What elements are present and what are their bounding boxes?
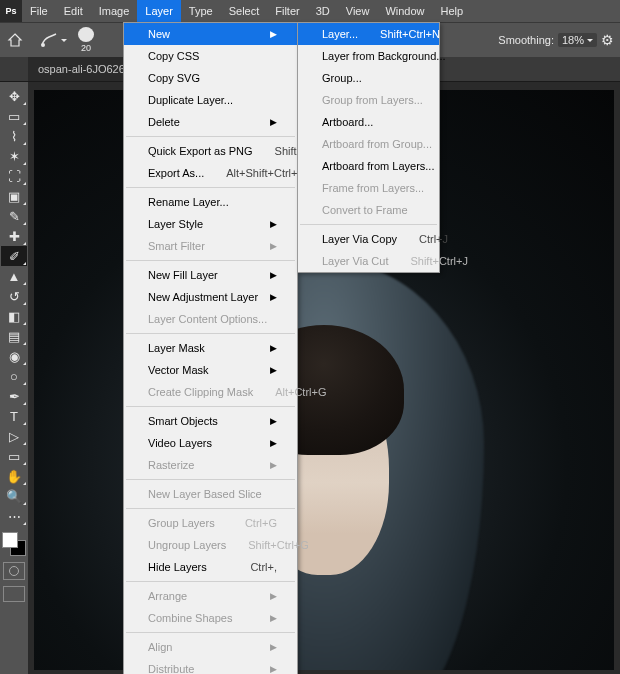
zoom-tool[interactable]: 🔍 — [1, 486, 27, 506]
menu-item-label: Hide Layers — [148, 561, 207, 573]
menu-item-vector-mask[interactable]: Vector Mask▶ — [124, 359, 297, 381]
menu-item-label: Copy SVG — [148, 72, 200, 84]
menu-item-label: Frame from Layers... — [322, 182, 424, 194]
menu-item-group[interactable]: Group... — [298, 67, 439, 89]
menu-item-shortcut: Ctrl+J — [419, 233, 448, 245]
menu-item-shortcut: Ctrl+, — [250, 561, 277, 573]
menu-file[interactable]: File — [22, 0, 56, 22]
brush-preset-picker[interactable] — [40, 32, 67, 48]
menu-item-rename-layer[interactable]: Rename Layer... — [124, 191, 297, 213]
rectangle-tool[interactable]: ▭ — [1, 446, 27, 466]
brush-size-preview[interactable]: 20 — [71, 27, 101, 53]
menu-item-video-layers[interactable]: Video Layers▶ — [124, 432, 297, 454]
brush-tool[interactable]: ✐ — [1, 246, 27, 266]
menu-type[interactable]: Type — [181, 0, 221, 22]
blur-tool[interactable]: ◉ — [1, 346, 27, 366]
menu-item-copy-css[interactable]: Copy CSS — [124, 45, 297, 67]
menu-item-quick-export-as-png[interactable]: Quick Export as PNGShift+Ctrl+' — [124, 140, 297, 162]
menu-separator — [126, 260, 295, 261]
gradient-tool[interactable]: ▤ — [1, 326, 27, 346]
menu-item-layer-from-background[interactable]: Layer from Background... — [298, 45, 439, 67]
menu-item-label: Layer from Background... — [322, 50, 446, 62]
crop-tool[interactable]: ⛶ — [1, 166, 27, 186]
brush-size-value: 20 — [81, 43, 91, 53]
submenu-arrow-icon: ▶ — [270, 642, 277, 652]
move-tool[interactable]: ✥ — [1, 86, 27, 106]
menu-item-new-layer-based-slice: New Layer Based Slice — [124, 483, 297, 505]
menu-separator — [126, 581, 295, 582]
smoothing-value[interactable]: 18% — [558, 33, 597, 47]
menu-item-frame-from-layers: Frame from Layers... — [298, 177, 439, 199]
lasso-tool[interactable]: ⌇ — [1, 126, 27, 146]
menu-window[interactable]: Window — [377, 0, 432, 22]
clone-stamp-tool[interactable]: ▲ — [1, 266, 27, 286]
menu-view[interactable]: View — [338, 0, 378, 22]
eyedropper-tool[interactable]: ✎ — [1, 206, 27, 226]
submenu-arrow-icon: ▶ — [270, 117, 277, 127]
document-tab-title: ospan-ali-6JO626bl — [38, 63, 133, 75]
menu-item-layer[interactable]: Layer...Shift+Ctrl+N — [298, 23, 439, 45]
menu-item-label: Create Clipping Mask — [148, 386, 253, 398]
menu-item-smart-objects[interactable]: Smart Objects▶ — [124, 410, 297, 432]
path-select-tool[interactable]: ▷ — [1, 426, 27, 446]
menu-item-layer-mask[interactable]: Layer Mask▶ — [124, 337, 297, 359]
menu-layer[interactable]: Layer — [137, 0, 181, 22]
more-tools[interactable]: ⋯ — [1, 506, 27, 526]
menu-select[interactable]: Select — [221, 0, 268, 22]
menu-item-artboard-from-layers[interactable]: Artboard from Layers... — [298, 155, 439, 177]
menu-filter[interactable]: Filter — [267, 0, 307, 22]
submenu-arrow-icon: ▶ — [270, 664, 277, 674]
menu-separator — [300, 224, 437, 225]
menu-item-new-fill-layer[interactable]: New Fill Layer▶ — [124, 264, 297, 286]
pen-tool[interactable]: ✒ — [1, 386, 27, 406]
menu-separator — [126, 508, 295, 509]
quick-mask-mode[interactable] — [3, 562, 25, 580]
eraser-tool[interactable]: ◧ — [1, 306, 27, 326]
menu-item-artboard[interactable]: Artboard... — [298, 111, 439, 133]
menu-item-label: Artboard from Layers... — [322, 160, 435, 172]
menu-image[interactable]: Image — [91, 0, 138, 22]
layer-menu-dropdown: New▶Copy CSSCopy SVGDuplicate Layer...De… — [123, 22, 298, 674]
menu-separator — [126, 136, 295, 137]
menu-3d[interactable]: 3D — [308, 0, 338, 22]
menu-item-label: Arrange — [148, 590, 187, 602]
menu-item-group-layers: Group LayersCtrl+G — [124, 512, 297, 534]
menu-item-export-as[interactable]: Export As...Alt+Shift+Ctrl+' — [124, 162, 297, 184]
menu-item-copy-svg[interactable]: Copy SVG — [124, 67, 297, 89]
menu-item-layer-content-options: Layer Content Options... — [124, 308, 297, 330]
home-icon[interactable] — [6, 31, 24, 49]
menu-item-hide-layers[interactable]: Hide LayersCtrl+, — [124, 556, 297, 578]
menu-item-new[interactable]: New▶ — [124, 23, 297, 45]
submenu-arrow-icon: ▶ — [270, 270, 277, 280]
quick-select-tool[interactable]: ✶ — [1, 146, 27, 166]
menu-item-create-clipping-mask: Create Clipping MaskAlt+Ctrl+G — [124, 381, 297, 403]
menu-item-arrange: Arrange▶ — [124, 585, 297, 607]
menu-item-duplicate-layer[interactable]: Duplicate Layer... — [124, 89, 297, 111]
menu-item-shortcut: Alt+Ctrl+G — [275, 386, 326, 398]
menu-item-new-adjustment-layer[interactable]: New Adjustment Layer▶ — [124, 286, 297, 308]
menu-item-label: Export As... — [148, 167, 204, 179]
color-swatches[interactable] — [2, 532, 26, 556]
menu-item-label: Artboard... — [322, 116, 373, 128]
menu-separator — [126, 479, 295, 480]
submenu-arrow-icon: ▶ — [270, 591, 277, 601]
marquee-tool[interactable]: ▭ — [1, 106, 27, 126]
dodge-tool[interactable]: ○ — [1, 366, 27, 386]
healing-brush-tool[interactable]: ✚ — [1, 226, 27, 246]
submenu-arrow-icon: ▶ — [270, 241, 277, 251]
menu-separator — [126, 406, 295, 407]
hand-tool[interactable]: ✋ — [1, 466, 27, 486]
screen-mode[interactable] — [3, 586, 25, 602]
menu-item-delete[interactable]: Delete▶ — [124, 111, 297, 133]
menu-edit[interactable]: Edit — [56, 0, 91, 22]
submenu-arrow-icon: ▶ — [270, 613, 277, 623]
frame-tool[interactable]: ▣ — [1, 186, 27, 206]
type-tool[interactable]: T — [1, 406, 27, 426]
gear-icon[interactable]: ⚙ — [601, 32, 614, 48]
menu-item-layer-style[interactable]: Layer Style▶ — [124, 213, 297, 235]
menu-help[interactable]: Help — [433, 0, 472, 22]
submenu-arrow-icon: ▶ — [270, 292, 277, 302]
menu-item-label: Video Layers — [148, 437, 212, 449]
menu-item-layer-via-copy[interactable]: Layer Via CopyCtrl+J — [298, 228, 439, 250]
history-brush-tool[interactable]: ↺ — [1, 286, 27, 306]
